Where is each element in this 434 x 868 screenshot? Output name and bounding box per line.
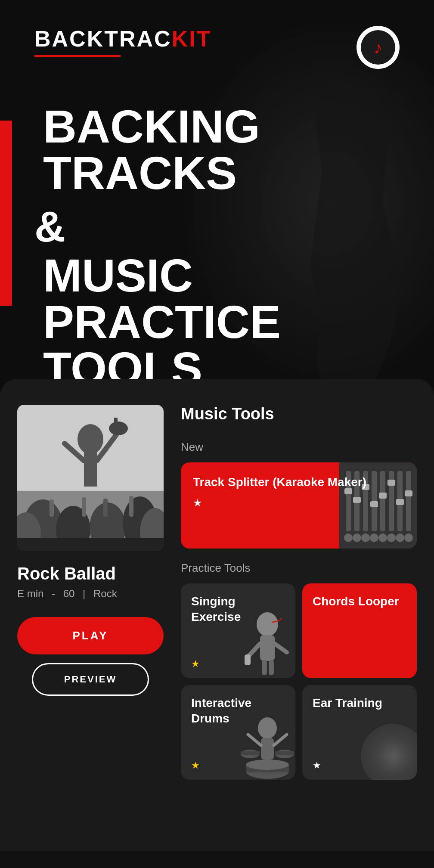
svg-point-38 — [361, 533, 370, 542]
track-image-inner — [17, 405, 164, 551]
svg-point-6 — [109, 422, 128, 435]
singing-exercise-name: Singing Exercise — [191, 594, 285, 625]
track-image — [17, 405, 164, 551]
track-title: Rock Ballad — [17, 564, 164, 583]
hero-subtitle: MUSIC PRACTICE TOOLS — [34, 252, 434, 392]
track-separator2: | — [83, 588, 85, 599]
interactive-drums-star: ★ — [191, 760, 200, 771]
svg-point-59 — [246, 760, 289, 770]
music-tools-title: Music Tools — [181, 405, 417, 423]
track-splitter-star: ★ — [193, 497, 202, 508]
play-button[interactable]: PLAY — [17, 617, 164, 654]
singing-exercise-card[interactable]: Singing Exercise — [181, 583, 295, 678]
music-note-icon: ♪ — [374, 39, 382, 56]
svg-rect-46 — [260, 635, 275, 661]
track-splitter-name: Track Splitter (Karaoke Maker) — [193, 474, 405, 490]
track-meta: E min - 60 | Rock — [17, 588, 164, 600]
singing-exercise-star: ★ — [191, 658, 200, 670]
svg-rect-63 — [275, 751, 294, 755]
svg-point-41 — [387, 533, 396, 542]
logo-area: BACKTRACKIT — [34, 26, 211, 57]
track-splitter-card[interactable]: Track Splitter (Karaoke Maker) ★ — [181, 462, 417, 549]
track-card: Rock Ballad E min - 60 | Rock PLAY PREVI… — [17, 405, 164, 780]
track-key: E min — [17, 588, 43, 599]
app-icon: ♪ — [356, 26, 400, 69]
hero-ampersand: & — [34, 205, 434, 248]
music-tools-panel: Music Tools New Track Splitter (Karaoke … — [181, 405, 417, 780]
svg-rect-14 — [50, 499, 54, 517]
track-genre: Rock — [93, 588, 117, 599]
app-icon-inner: ♪ — [361, 30, 395, 65]
bottom-section: Rock Ballad E min - 60 | Rock PLAY PREVI… — [0, 379, 434, 851]
chords-looper-name: Chords Looper — [313, 594, 406, 609]
track-splitter-text: Track Splitter (Karaoke Maker) ★ — [193, 474, 405, 509]
hero-content: BACKING TRACKS & MUSIC PRACTICE TOOLS — [0, 69, 434, 392]
svg-rect-15 — [82, 497, 86, 517]
svg-point-40 — [378, 533, 387, 542]
svg-point-37 — [353, 533, 361, 542]
interactive-drums-name: Interactive Drums — [191, 695, 285, 727]
svg-rect-49 — [245, 654, 251, 665]
preview-button[interactable]: PREVIEW — [32, 663, 149, 696]
chords-looper-card[interactable]: Chords Looper — [302, 583, 417, 678]
svg-rect-51 — [269, 660, 274, 675]
interactive-drums-card[interactable]: Interactive Drums — [181, 685, 295, 780]
ear-training-star: ★ — [313, 760, 321, 771]
svg-point-39 — [370, 533, 378, 542]
svg-rect-7 — [114, 418, 118, 435]
bottom-inner: Rock Ballad E min - 60 | Rock PLAY PREVI… — [0, 379, 434, 797]
svg-point-36 — [344, 533, 353, 542]
svg-rect-27 — [406, 471, 411, 531]
svg-point-2 — [78, 424, 103, 454]
svg-rect-16 — [103, 499, 108, 517]
svg-point-43 — [404, 533, 413, 542]
track-image-svg — [17, 405, 164, 551]
ear-training-bg-circle — [361, 724, 417, 780]
ear-training-name: Ear Training — [313, 695, 406, 711]
logo-white: BACKTRAC — [34, 26, 172, 51]
hero-title-backing: BACKING TRACKS — [34, 103, 434, 196]
svg-rect-50 — [262, 660, 267, 675]
svg-rect-3 — [84, 452, 97, 487]
svg-rect-54 — [261, 738, 274, 760]
new-label: New — [181, 440, 417, 454]
practice-tools-grid: Singing Exercise — [181, 583, 417, 780]
svg-rect-61 — [241, 751, 260, 755]
track-separator1: - — [52, 588, 55, 599]
hero-section: BACKTRACKIT ♪ BACKING TRACKS & MUSIC PRA… — [0, 0, 434, 396]
svg-point-42 — [396, 533, 404, 542]
header: BACKTRACKIT ♪ — [0, 0, 434, 69]
track-bpm: 60 — [63, 588, 75, 599]
svg-rect-17 — [129, 496, 133, 517]
ear-training-card[interactable]: Ear Training ★ — [302, 685, 417, 780]
svg-rect-18 — [17, 538, 164, 551]
svg-rect-35 — [405, 490, 412, 496]
logo-red: KIT — [172, 26, 212, 51]
logo-text: BACKTRACKIT — [34, 26, 211, 52]
practice-tools-label: Practice Tools — [181, 561, 417, 575]
logo-underline — [34, 55, 121, 57]
